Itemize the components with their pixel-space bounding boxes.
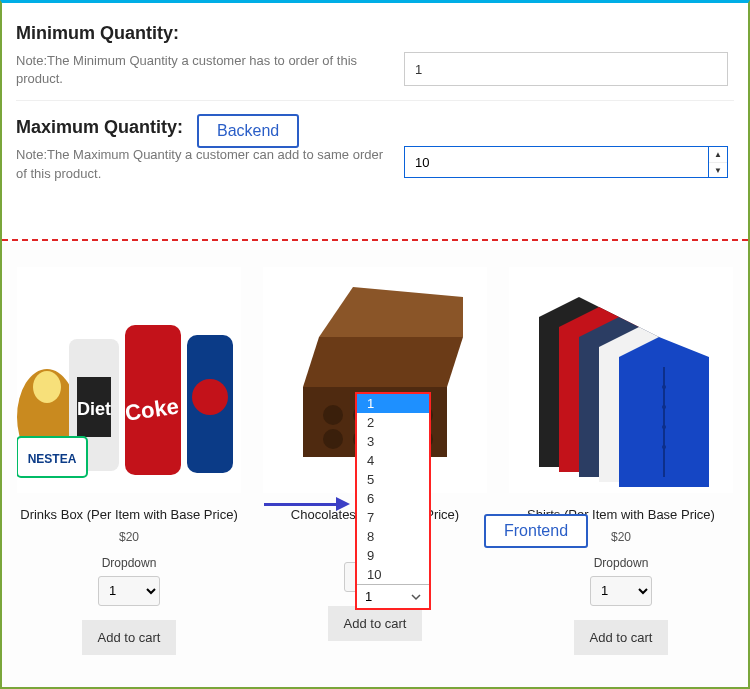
svg-point-29 xyxy=(662,445,666,449)
svg-marker-13 xyxy=(303,337,463,387)
min-qty-heading: Minimum Quantity: xyxy=(16,23,734,44)
section-divider xyxy=(2,239,748,241)
max-qty-spinner[interactable]: ▲ ▼ xyxy=(404,146,728,178)
qty-option[interactable]: 8 xyxy=(357,527,429,546)
qty-option[interactable]: 4 xyxy=(357,451,429,470)
svg-point-2 xyxy=(33,371,61,403)
svg-point-20 xyxy=(323,429,343,449)
max-qty-row: Note:The Maximum Quantity a customer can… xyxy=(16,146,734,182)
qty-option[interactable]: 6 xyxy=(357,489,429,508)
min-qty-note: Note:The Minimum Quantity a customer has… xyxy=(16,52,386,88)
spinner-arrows: ▲ ▼ xyxy=(708,146,728,178)
qty-option[interactable]: 10 xyxy=(357,565,429,584)
annotation-arrow xyxy=(264,497,350,511)
svg-point-26 xyxy=(662,385,666,389)
product-price: $20 xyxy=(119,530,139,544)
app-frame: Minimum Quantity: Note:The Minimum Quant… xyxy=(0,0,750,689)
min-qty-input-wrap xyxy=(404,52,734,86)
max-qty-input[interactable] xyxy=(404,146,708,178)
svg-text:Diet: Diet xyxy=(77,399,111,419)
chevron-down-icon xyxy=(411,592,421,602)
qty-option[interactable]: 7 xyxy=(357,508,429,527)
max-qty-heading: Maximum Quantity: xyxy=(16,117,734,138)
backend-badge: Backend xyxy=(197,114,299,148)
svg-point-27 xyxy=(662,405,666,409)
svg-point-9 xyxy=(192,379,228,415)
product-price: $20 xyxy=(611,530,631,544)
svg-text:NESTEA: NESTEA xyxy=(28,452,77,466)
qty-selected-value: 1 xyxy=(365,589,372,604)
qty-select[interactable]: 1 xyxy=(590,576,652,606)
add-to-cart-button[interactable]: Add to cart xyxy=(82,620,177,655)
product-title: Drinks Box (Per Item with Base Price) xyxy=(20,507,237,524)
svg-point-16 xyxy=(323,405,343,425)
add-to-cart-button[interactable]: Add to cart xyxy=(574,620,669,655)
min-qty-block: Minimum Quantity: Note:The Minimum Quant… xyxy=(16,17,734,101)
product-card: Shirts (Per Item with Base Price) $20 Dr… xyxy=(506,267,736,675)
qty-option[interactable]: 1 xyxy=(357,394,429,413)
spinner-up-icon[interactable]: ▲ xyxy=(709,147,727,163)
max-qty-input-wrap: ▲ ▼ xyxy=(404,146,734,178)
dropdown-label: Dropdown xyxy=(594,556,649,570)
svg-point-28 xyxy=(662,425,666,429)
qty-option[interactable]: 5 xyxy=(357,470,429,489)
product-card: Diet Coke NESTEA Drinks Box (Per Item wi… xyxy=(14,267,244,675)
product-image xyxy=(509,267,733,493)
max-qty-block: Maximum Quantity: Note:The Maximum Quant… xyxy=(16,101,734,194)
arrow-head-icon xyxy=(336,497,350,511)
qty-select[interactable]: 1 xyxy=(98,576,160,606)
backend-section: Minimum Quantity: Note:The Minimum Quant… xyxy=(2,3,748,195)
spinner-down-icon[interactable]: ▼ xyxy=(709,163,727,178)
arrow-line-icon xyxy=(264,503,336,506)
frontend-badge: Frontend xyxy=(484,514,588,548)
qty-select-collapsed[interactable]: 1 xyxy=(357,584,429,608)
max-qty-note: Note:The Maximum Quantity a customer can… xyxy=(16,146,386,182)
qty-option[interactable]: 3 xyxy=(357,432,429,451)
product-image: Diet Coke NESTEA xyxy=(17,267,241,493)
add-to-cart-button[interactable]: Add to cart xyxy=(328,606,423,641)
qty-dropdown-open[interactable]: 1 2 3 4 5 6 7 8 9 10 1 xyxy=(355,392,431,610)
qty-option[interactable]: 2 xyxy=(357,413,429,432)
min-qty-row: Note:The Minimum Quantity a customer has… xyxy=(16,52,734,88)
min-qty-input[interactable] xyxy=(404,52,728,86)
qty-option[interactable]: 9 xyxy=(357,546,429,565)
dropdown-label: Dropdown xyxy=(102,556,157,570)
